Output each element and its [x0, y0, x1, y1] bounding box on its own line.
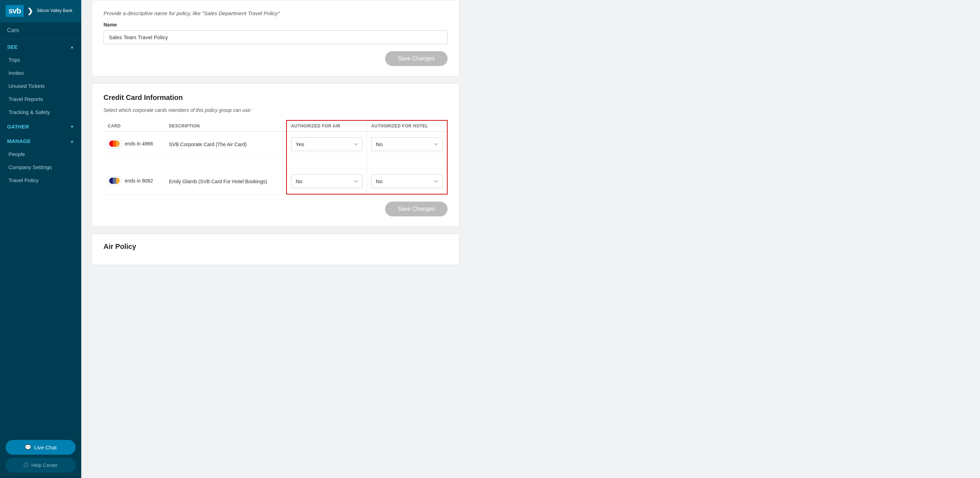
save-changes-button-1[interactable]: Save Changes — [385, 51, 448, 66]
logo-chevron: ❯ — [27, 7, 33, 15]
mastercard-icon-2 — [108, 176, 121, 185]
help-center-button[interactable]: ⓘ Help Center — [6, 458, 76, 472]
sidebar-section-manage[interactable]: MANAGE ▲ — [0, 133, 81, 148]
table-header-row: CARD DESCRIPTION AUTHORIZED FOR AIR AUTH… — [103, 121, 447, 132]
policy-name-card: Provide a descriptive name for policy, l… — [92, 0, 459, 76]
col-header-card: CARD — [103, 121, 165, 132]
card-2-auth-hotel-select[interactable]: No Yes — [371, 175, 443, 188]
manage-chevron-icon: ▲ — [70, 139, 74, 144]
air-policy-card: Air Policy — [92, 234, 459, 265]
sidebar: svb ❯ Silicon Valley Bank Cars SEE ▲ Tri… — [0, 0, 81, 478]
live-chat-label: Live Chat — [34, 445, 57, 451]
credit-card-table: CARD DESCRIPTION AUTHORIZED FOR AIR AUTH… — [103, 120, 448, 195]
sidebar-section-gather[interactable]: GATHER ▼ — [0, 119, 81, 133]
sidebar-item-tracking-safety[interactable]: Tracking & Safety — [0, 106, 81, 119]
see-chevron-icon: ▲ — [70, 44, 74, 49]
sidebar-item-trips[interactable]: Trips — [0, 53, 81, 67]
policy-name-input[interactable] — [103, 30, 448, 44]
card-1-auth-air-select[interactable]: Yes No — [291, 137, 363, 151]
col-header-description: DESCRIPTION — [165, 121, 286, 132]
policy-hint-text: Provide a descriptive name for policy, l… — [103, 10, 448, 16]
save-changes-button-2[interactable]: Save Changes — [385, 202, 448, 216]
col-header-auth-air: AUTHORIZED FOR AIR — [286, 121, 367, 132]
sidebar-item-travel-policy[interactable]: Travel Policy — [0, 174, 81, 187]
live-chat-button[interactable]: 💬 Live Chat — [6, 440, 76, 455]
sidebar-section-gather-label: GATHER — [7, 124, 29, 130]
logo-subtitle: Silicon Valley Bank — [37, 8, 72, 14]
card-2-auth-air-select[interactable]: No Yes — [291, 175, 363, 188]
table-row: ends in 8082 Emily Glamb (SVB Card For H… — [103, 169, 447, 195]
help-center-label: Help Center — [32, 462, 58, 468]
select-hint-text: Select which corporate cards members of … — [103, 107, 448, 113]
card-1-description: SVB Corporate Card (The Air Card) — [165, 132, 286, 157]
col-header-auth-hotel: AUTHORIZED FOR HOTEL — [367, 121, 447, 132]
sidebar-bottom: 💬 Live Chat ⓘ Help Center — [0, 434, 81, 478]
sidebar-item-travel-reports[interactable]: Travel Reports — [0, 92, 81, 106]
card-2-auth-air-cell: No Yes — [286, 169, 367, 195]
svb-logo: svb — [6, 5, 24, 17]
credit-card-card: Credit Card Information Select which cor… — [92, 83, 459, 227]
sidebar-item-cars[interactable]: Cars — [0, 22, 81, 39]
sidebar-section-manage-label: MANAGE — [7, 138, 31, 144]
credit-card-title: Credit Card Information — [103, 94, 448, 102]
card-1-info: ends in 4966 — [103, 132, 165, 157]
card-2-ending: ends in 8082 — [125, 178, 153, 184]
mastercard-icon-1 — [108, 139, 121, 148]
help-icon: ⓘ — [24, 462, 29, 468]
sidebar-item-company-settings[interactable]: Company Settings — [0, 160, 81, 174]
sidebar-section-see-label: SEE — [7, 44, 18, 50]
card-1-auth-hotel-select[interactable]: No Yes — [371, 137, 443, 151]
table-spacer-row — [103, 157, 447, 169]
sidebar-section-see[interactable]: SEE ▲ — [0, 39, 81, 53]
card-1-auth-hotel-cell: No Yes — [367, 132, 447, 157]
card-2-auth-hotel-cell: No Yes — [367, 169, 447, 195]
card-2-info: ends in 8082 — [103, 169, 165, 195]
gather-chevron-icon: ▼ — [70, 124, 74, 129]
sidebar-item-unused-tickets[interactable]: Unused Tickets — [0, 79, 81, 92]
name-field-label: Name — [103, 22, 448, 27]
table-row: ends in 4966 SVB Corporate Card (The Air… — [103, 132, 447, 157]
main-content: Provide a descriptive name for policy, l… — [81, 0, 980, 478]
card-2-description: Emily Glamb (SVB Card For Hotel Bookings… — [165, 169, 286, 195]
sidebar-item-invites[interactable]: Invites — [0, 67, 81, 79]
card-1-ending: ends in 4966 — [125, 141, 153, 146]
sidebar-item-people[interactable]: People — [0, 148, 81, 160]
air-policy-title: Air Policy — [103, 243, 448, 251]
sidebar-logo: svb ❯ Silicon Valley Bank — [0, 0, 81, 22]
chat-icon: 💬 — [25, 444, 32, 451]
card-1-auth-air-cell: Yes No — [286, 132, 367, 157]
